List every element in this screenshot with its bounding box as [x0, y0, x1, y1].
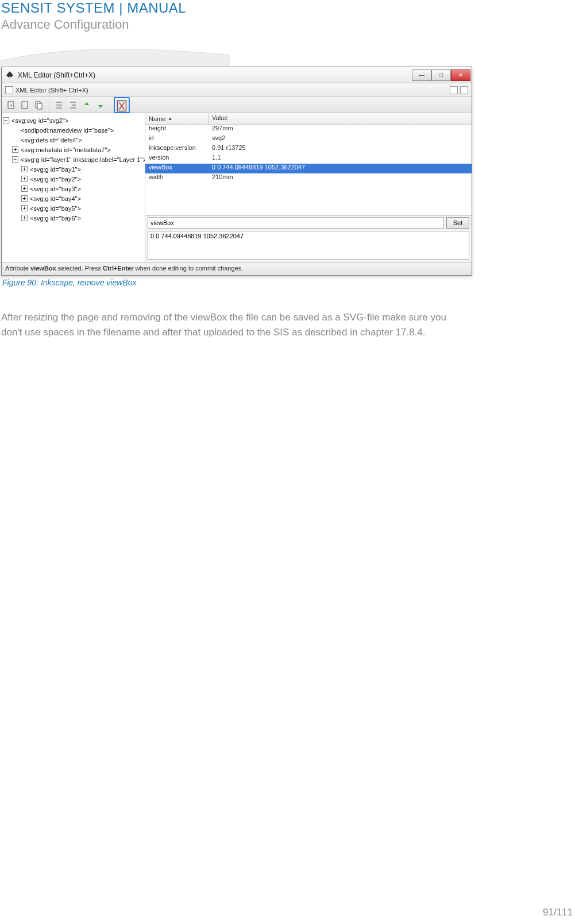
new-text-node-button[interactable] [19, 99, 32, 111]
tree-row[interactable]: +<svg:g id="bay2"> [3, 174, 144, 184]
panel-close-button[interactable] [460, 86, 468, 94]
window-title: XML Editor (Shift+Ctrl+X) [18, 71, 412, 79]
svg-rect-4 [37, 103, 42, 109]
tree-node-label: <svg:g id="bay4"> [30, 195, 81, 202]
figure-caption: Figure 90: Inkscape, remove viewBox [2, 278, 472, 287]
tree-node-label: <svg:g id="bay2"> [30, 176, 81, 183]
maximize-button[interactable]: □ [431, 69, 451, 81]
attr-name-input[interactable] [148, 217, 444, 229]
status-bar: Attribute viewBox selected. Press Ctrl+E… [2, 262, 472, 275]
tree-expander[interactable]: + [12, 146, 18, 153]
tree-expander[interactable]: + [21, 195, 28, 202]
tree-row[interactable]: −<svg:g id="layer1" inkscape:label="Laye… [3, 154, 144, 164]
attr-row[interactable]: inkscape:version0.91 r13725 [145, 144, 472, 154]
tree-row[interactable]: +<svg:g id="bay6"> [3, 213, 144, 223]
attr-name: id [145, 134, 209, 144]
tree-node-label: <svg:g id="bay1"> [30, 166, 81, 173]
attr-row[interactable]: height297mm [145, 125, 472, 134]
attr-name: viewBox [145, 164, 209, 173]
tree-expander[interactable]: + [21, 176, 28, 182]
unindent-node-button[interactable] [67, 99, 79, 111]
tree-row[interactable]: <svg:defs id="defs4"> [3, 135, 144, 145]
tree-expander [12, 137, 18, 143]
attr-name: version [145, 154, 209, 164]
attr-header[interactable]: Name▲ Value [145, 113, 472, 125]
tree-node-label: <svg:g id="layer1" inkscape:label="Layer… [21, 156, 145, 163]
panel-header: XML Editor (Shift+ Ctrl+X) [2, 83, 472, 97]
panel-title: XML Editor (Shift+ Ctrl+X) [16, 87, 88, 94]
tree-node-label: <svg:metadata id="metadata7"> [21, 146, 111, 153]
attr-value: svg2 [209, 134, 472, 144]
tree-node-label: <svg:g id="bay3"> [30, 185, 81, 192]
set-button[interactable]: Set [446, 217, 469, 229]
tree-expander[interactable]: + [21, 166, 28, 172]
move-up-button[interactable] [80, 99, 93, 111]
tree-expander[interactable]: + [21, 215, 28, 221]
col-value-label: Value [209, 113, 472, 124]
header-swoosh [0, 38, 575, 67]
duplicate-node-button[interactable] [33, 99, 45, 111]
window-titlebar[interactable]: XML Editor (Shift+Ctrl+X) — □ ✕ [2, 67, 472, 83]
move-down-button[interactable] [94, 99, 107, 111]
page-number: 91/111 [543, 907, 573, 918]
indent-node-button[interactable] [53, 99, 65, 111]
xml-tree[interactable]: −<svg:svg id="svg2"><sodipodi:namedview … [2, 113, 145, 262]
doc-subtitle: Advance Configuration [1, 17, 575, 32]
tree-row[interactable]: +<svg:metadata id="metadata7"> [3, 145, 144, 154]
svg-rect-2 [22, 102, 28, 109]
attr-row[interactable]: version1.1 [145, 154, 472, 164]
attr-value: 0 0 744.09448819 1052.3622047 [209, 164, 472, 173]
svg-text:+: + [10, 103, 13, 108]
inkscape-icon [5, 71, 14, 80]
tree-expander [12, 127, 18, 133]
new-element-node-button[interactable]: + [5, 99, 18, 111]
tree-expander[interactable]: − [12, 156, 18, 163]
xml-toolbar: + [2, 97, 472, 113]
xml-editor-window: XML Editor (Shift+Ctrl+X) — □ ✕ XML Edit… [1, 67, 472, 276]
tree-row[interactable]: +<svg:g id="bay3"> [3, 184, 144, 194]
close-button[interactable]: ✕ [451, 69, 470, 81]
attr-row[interactable]: viewBox0 0 744.09448819 1052.3622047 [145, 164, 472, 173]
tree-expander[interactable]: + [21, 205, 28, 211]
attr-row[interactable]: width210mm [145, 173, 472, 183]
tree-expander[interactable]: − [3, 117, 9, 123]
tree-node-label: <svg:defs id="defs4"> [21, 137, 82, 144]
delete-node-button[interactable] [114, 97, 130, 113]
tree-expander[interactable]: + [21, 185, 28, 192]
tree-node-label: <svg:g id="bay6"> [30, 215, 81, 222]
sort-asc-icon: ▲ [168, 116, 172, 121]
body-paragraph: After resizing the page and removing of … [1, 310, 461, 339]
tree-row[interactable]: <sodipodi:namedview id="base"> [3, 125, 144, 135]
attr-list[interactable]: height297mmidsvg2inkscape:version0.91 r1… [145, 125, 472, 215]
attr-value: 210mm [209, 173, 472, 183]
tree-node-label: <svg:svg id="svg2"> [11, 117, 68, 124]
attr-name: width [145, 173, 209, 183]
tree-node-label: <svg:g id="bay5"> [30, 205, 81, 212]
tree-row[interactable]: +<svg:g id="bay4"> [3, 194, 144, 203]
attr-value: 1.1 [209, 154, 472, 164]
panel-icon [5, 86, 13, 94]
minimize-button[interactable]: — [412, 69, 431, 81]
tree-row[interactable]: −<svg:svg id="svg2"> [3, 115, 144, 125]
tree-node-label: <sodipodi:namedview id="base"> [21, 127, 114, 134]
doc-title: SENSIT SYSTEM | MANUAL [1, 0, 575, 16]
attr-value: 297mm [209, 125, 472, 134]
tree-row[interactable]: +<svg:g id="bay1"> [3, 164, 144, 174]
attr-row[interactable]: idsvg2 [145, 134, 472, 144]
attr-name: inkscape:version [145, 144, 209, 154]
tree-row[interactable]: +<svg:g id="bay5"> [3, 203, 144, 213]
attr-name: height [145, 125, 209, 134]
panel-iconify-button[interactable] [450, 86, 458, 94]
col-name-label: Name [149, 115, 165, 122]
attr-value-textarea[interactable] [148, 231, 469, 260]
attr-value: 0.91 r13725 [209, 144, 472, 154]
